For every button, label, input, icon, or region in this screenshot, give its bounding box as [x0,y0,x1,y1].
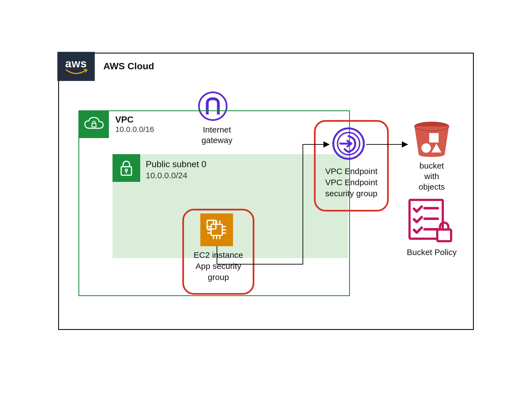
aws-cloud-box: aws AWS Cloud Internet gateway [58,53,474,330]
connector-lines [59,54,473,329]
diagram-canvas: aws AWS Cloud Internet gateway [47,28,485,358]
